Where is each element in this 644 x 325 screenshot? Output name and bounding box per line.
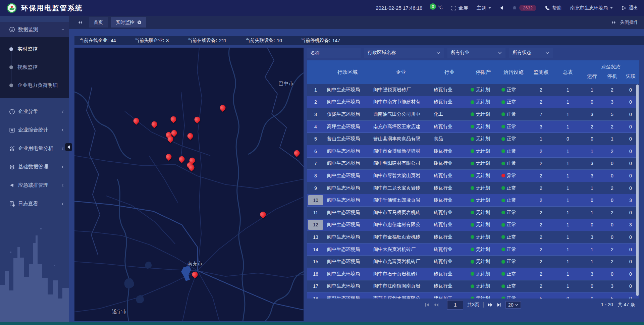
table-row[interactable]: 9阆中生态环境局阆中市二龙长宝页岩砖砖瓦行业无计划正常21120 (307, 182, 639, 195)
tab-scroll-right-button[interactable] (611, 20, 616, 24)
map-pin[interactable] (193, 115, 201, 123)
theme-dropdown[interactable]: 主题 (477, 5, 491, 11)
cell-industry: 食品 (431, 136, 468, 142)
table-row[interactable]: 14阆中生态环境局阆中大兴页岩机砖厂砖瓦行业无计划正常21120 (307, 243, 639, 256)
status-filter-select[interactable]: 所有状态 (509, 48, 553, 58)
status-dot-icon (501, 199, 505, 202)
cell-enterprise: 南充市高坪区王家店建 (371, 124, 431, 130)
region-filter-select[interactable]: 行政区域名称 (364, 48, 444, 58)
table-row[interactable]: 8阆中生态环境局阆中市枣碧大梁山页岩砖瓦行业无计划异常21300 (307, 170, 639, 182)
bullet-dot-icon (9, 65, 13, 69)
sidebar-group-base-data[interactable]: 基础数据管理 (0, 158, 69, 176)
name-filter-input[interactable] (307, 48, 361, 58)
table-row[interactable]: 1阆中生态环境局阆中强锐页岩砖厂砖瓦行业无计划正常21120 (307, 84, 639, 96)
sidebar-group-emergency-reduction[interactable]: 应急减排管理 (0, 176, 69, 195)
user-dropdown[interactable]: 南充市生态环境局 (570, 5, 613, 11)
status-dot-icon (471, 112, 474, 116)
map-pin[interactable] (132, 117, 140, 125)
table-row[interactable]: 13阆中生态环境局阆中市金福旺页岩机砖砖瓦行业无计划正常21300 (307, 231, 639, 243)
layers-icon (9, 164, 15, 170)
map-pin[interactable] (169, 115, 177, 123)
sidebar-group-enterprise-abnormal[interactable]: 企业异常 (0, 102, 69, 121)
notifications[interactable]: 2632 (512, 5, 536, 11)
column-header-facility: 治污设施 (499, 60, 528, 84)
map-pin[interactable] (259, 210, 267, 218)
column-group-point-status: 点位状态 运行 停机 失联 (582, 60, 639, 84)
status-dot-icon (501, 260, 505, 264)
cell-meter-count: 1 (554, 259, 582, 264)
table-row[interactable]: 6阆中生态环境局阆中市金博瑞新型墙材砖瓦行业无计划正常21120 (307, 145, 639, 158)
last-page-button[interactable] (497, 303, 501, 307)
sound-toggle[interactable] (500, 6, 503, 10)
map-pin[interactable] (191, 270, 199, 278)
table-row[interactable]: 16阆中生态环境局阆中市石子页岩机砖厂砖瓦行业无计划正常21300 (307, 268, 639, 280)
tab-scroll-left-button[interactable] (78, 20, 83, 24)
page-input[interactable] (447, 300, 463, 310)
map-pin[interactable] (165, 153, 173, 161)
cell-industry: 化工 (431, 111, 468, 117)
logout-button[interactable]: 退出 (622, 5, 638, 11)
sidebar-group-log-view[interactable]: 日志查看 (0, 195, 69, 213)
datetime-label: 2021-02-25 17:46:18 (376, 5, 422, 11)
industry-filter-select[interactable]: 所有行业 (447, 48, 505, 58)
table-row[interactable]: 5营山生态环境局营山县润丰肉食品有限食品无计划正常10010 (307, 133, 639, 145)
cell-stop-status: 无计划 (468, 185, 499, 191)
fullscreen-button[interactable]: 全屏 (451, 5, 468, 11)
tab-realtime-monitoring[interactable]: 实时监控 (111, 17, 146, 28)
pager-divider (483, 302, 484, 308)
sidebar-item-label: 实时监控 (17, 46, 38, 52)
table-row[interactable]: 4高坪生态环境局南充市高坪区王家店建砖瓦行业无计划正常31220 (307, 121, 639, 133)
table-row[interactable]: 17阆中生态环境局阆中市江南镇阆南页岩砖瓦行业无计划正常21030 (307, 280, 639, 293)
prev-page-button[interactable] (434, 303, 439, 307)
table-row[interactable]: 10阆中生态环境局阆中千佛镇五郎垭页岩砖瓦行业无计划正常21003 (307, 194, 639, 207)
table-row[interactable]: 2阆中生态环境局阆中市南方节能建材有砖瓦行业无计划正常21030 (307, 96, 639, 109)
map-pin[interactable] (293, 149, 301, 157)
table-row[interactable]: 3仪陇生态环境局西南油气田分公司川中化工无计划正常71350 (307, 108, 639, 121)
map-panel[interactable]: 巴中市南充市遂宁市 (74, 48, 304, 321)
cell-meter-count: 1 (554, 198, 582, 203)
sidebar-item-power-load-detail[interactable]: 企业电力负荷明细 (0, 76, 69, 94)
map-pin[interactable] (186, 132, 194, 140)
help-button[interactable]: 帮助 (545, 5, 561, 11)
sidebar-group-enterprise-statistics[interactable]: 企业综合统计 (0, 121, 69, 139)
status-dot-icon (471, 149, 474, 153)
cell-halt-count: 0 (602, 161, 622, 166)
status-dot-icon (471, 137, 474, 141)
tab-close-icon[interactable] (137, 20, 142, 24)
column-header-run: 运行 (582, 73, 602, 79)
table-row[interactable]: 15阆中生态环境局阆中市光富页岩机砖厂砖瓦行业无计划正常21120 (307, 256, 639, 268)
close-operations-button[interactable]: 关闭操作 (620, 19, 639, 25)
cell-region: 高坪生态环境局 (324, 124, 371, 130)
cell-run-count: 3 (582, 234, 602, 240)
cell-stop-status: 无计划 (468, 259, 499, 265)
map-pin[interactable] (219, 104, 227, 112)
map-pin[interactable] (150, 120, 158, 128)
cell-run-count: 3 (582, 161, 602, 166)
table-row[interactable]: 12阆中生态环境局阆中市忠信建材有限公砖瓦行业无计划正常21003 (307, 219, 639, 231)
sidebar-item-realtime-monitoring[interactable]: 实时监控 (0, 40, 69, 58)
sidebar-group-data-monitoring[interactable]: 数据监测 (0, 22, 69, 37)
cell-industry: 砖瓦行业 (431, 247, 468, 253)
status-dot-icon (501, 88, 505, 92)
status-dot-icon (471, 223, 474, 227)
table-row[interactable]: 7阆中生态环境局阆中明阳建材有限公司砖瓦行业无计划正常21300 (307, 158, 639, 170)
sidebar-item-video-monitoring[interactable]: 视频监控 (0, 58, 69, 76)
cell-halt-count: 3 (602, 283, 622, 289)
table-row[interactable]: 11阆中生态环境局阆中市五马桥页岩机砖砖瓦行业无计划正常21120 (307, 207, 639, 219)
first-page-button[interactable] (425, 303, 430, 307)
cell-meter-count: 1 (554, 87, 582, 93)
table-row[interactable]: 18南部生态环境局南部县双华水泥有限公建材加工无计划正常50050 (307, 292, 639, 299)
sidebar-group-power-analysis[interactable]: 企业用电量分析 (0, 139, 69, 158)
tab-home[interactable]: 首页 (89, 17, 108, 28)
map-pin[interactable] (178, 155, 186, 163)
sidebar-collapse-button[interactable] (65, 143, 72, 151)
row-index: 16 (308, 269, 323, 279)
table-scrollbar[interactable] (636, 85, 639, 296)
page-size-select[interactable]: 20 (505, 301, 521, 309)
next-page-button[interactable] (488, 303, 493, 307)
stat-online-devices: 当前在线设备:211 (187, 38, 226, 44)
cell-stop-status: 无计划 (468, 148, 499, 154)
cell-facility-status: 正常 (499, 124, 528, 130)
cell-halt-count: 3 (602, 99, 622, 105)
cell-enterprise: 阆中市忠信建材有限公 (371, 222, 431, 228)
